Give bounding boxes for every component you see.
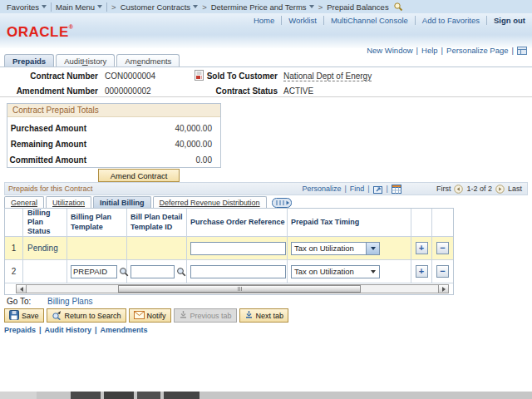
subtab-general[interactable]: General [4,196,44,208]
return-to-search-icon [52,310,62,322]
grid-header-controls: Personalize | Find | | First 1-2 of 2 La… [302,185,527,194]
footer-link-audit-history[interactable]: Audit History [45,326,92,334]
amend-contract-button[interactable]: Amend Contract [98,169,180,182]
taskbar-window-button[interactable] [104,392,134,399]
taskbar-window-button[interactable] [164,392,200,399]
header-link-separator [486,16,487,25]
chevron-down-icon [42,5,47,8]
footer-link-prepaids[interactable]: Prepaids [4,326,36,334]
prepaid-tax-timing-select[interactable]: Tax on Utilization [291,242,380,255]
add-row-button[interactable]: + [416,265,428,278]
horizontal-scrollbar[interactable] [16,284,449,293]
committed-amount-label: Committed Amount [7,155,86,165]
breadcrumb-separator [51,2,52,12]
save-button[interactable]: Save [4,308,44,323]
billing-plan-template-input[interactable] [71,265,117,278]
subtab-initial-billing[interactable]: Initial Billing [93,196,151,208]
breadcrumb-main-menu[interactable]: Main Menu [56,2,102,12]
taskbar-segment[interactable] [0,392,37,399]
prepaid-tax-timing-select[interactable]: Tax on Utilization [291,265,380,278]
footer-link-amendments[interactable]: Amendments [101,326,148,334]
breadcrumb-favorites-menu[interactable]: Favorites [7,2,47,12]
bill-plan-detail-template-id-input[interactable] [131,265,175,278]
scroll-left-arrow[interactable] [17,285,27,293]
next-tab-icon [244,310,254,321]
grid-bar-separator: | [367,185,369,193]
amendment-number-value: 0000000002 [105,86,151,96]
sign-out-link[interactable]: Sign out [494,16,525,25]
row-number: 2 [5,260,23,283]
contract-number-value: CON0000004 [105,71,155,81]
breadcrumb-item-determine-price-terms[interactable]: Determine Price and Terms [211,2,314,12]
utility-separator: | [441,46,443,55]
personalize-link[interactable]: Personalize [302,185,341,193]
amendment-number-label: Amendment Number [0,86,98,96]
taskbar-window-button[interactable] [137,392,160,399]
new-window-link[interactable]: New Window [367,46,412,55]
add-row-header [411,209,432,236]
add-row-button[interactable]: + [416,242,428,254]
totals-box-title: Contract Prepaid Totals [7,104,220,117]
committed-amount-value: 0.00 [86,155,220,165]
scroll-right-arrow[interactable] [438,285,448,293]
personalize-page-link[interactable]: Personalize Page [446,46,508,55]
show-all-columns-icon[interactable] [272,197,292,208]
billing-plans-link[interactable]: Billing Plans [47,297,92,306]
previous-rows-icon[interactable] [454,185,463,194]
tab-divider-line [0,66,532,67]
find-link[interactable]: Find [350,185,365,193]
multichannel-console-link[interactable]: MultiChannel Console [331,16,408,25]
breadcrumb-arrow: > [318,2,323,12]
lookup-magnifier-icon[interactable] [176,267,186,277]
add-to-favorites-link[interactable]: Add to Favorites [422,16,480,25]
billing-plan-status-value: Pending [27,244,58,253]
taskbar-strip [0,392,532,399]
header-link-separator [323,16,324,25]
delete-row-button[interactable]: − [436,242,449,254]
next-rows-icon[interactable] [495,185,505,194]
header-band: Home Worklist MultiChannel Console Add t… [0,13,532,48]
subtab-utilization[interactable]: Utilization [46,196,91,208]
next-tab-button[interactable]: Next tab [239,308,289,323]
chevron-down-icon [309,5,314,8]
utility-separator: | [512,46,514,55]
grid-title: Prepaids for this Contract [5,185,93,193]
tab-audit-history[interactable]: Audit History [56,54,115,67]
grid-subtabs: General Utilization Initial Billing Defe… [4,196,292,208]
delete-row-button[interactable]: − [436,265,449,278]
help-link[interactable]: Help [421,46,438,55]
tab-prepaids[interactable]: Prepaids [4,54,54,67]
previous-tab-icon [179,310,188,321]
billing-plan-template-cell [67,237,127,259]
grid-hscroll-row [5,283,453,294]
copy-url-icon[interactable] [517,47,527,55]
bill-plan-detail-cell [127,237,187,259]
purchase-order-reference-input[interactable] [190,265,286,278]
taskbar-window-button[interactable] [71,392,101,399]
contract-number-label: Contract Number [0,71,98,81]
peoplesoft-prepaid-balances-page: Favorites Main Menu > Customer Contracts… [0,0,532,399]
header-links: Home Worklist MultiChannel Console Add t… [254,16,525,25]
scrollbar-thumb[interactable] [118,285,361,293]
dropdown-arrow-icon[interactable] [367,270,379,273]
subtab-deferred-revenue-distribution[interactable]: Deferred Revenue Distribution [153,196,267,208]
breadcrumb-search-icon[interactable] [393,2,403,12]
purchased-amount-label: Purchased Amount [7,124,86,133]
return-to-search-button[interactable]: Return to Search [47,308,126,323]
contract-status-label: Contract Status [200,86,278,96]
breadcrumb-item-customer-contracts[interactable]: Customer Contracts [121,2,198,12]
worklist-link[interactable]: Worklist [288,16,317,25]
breadcrumb-favorites-label: Favorites [7,2,39,12]
view-all-icon[interactable] [373,185,383,194]
notify-button[interactable]: Notify [129,308,171,323]
grid-bar-separator: | [344,185,346,193]
grid-bar-separator: | [387,185,388,193]
remaining-amount-label: Remaining Amount [7,140,86,149]
home-link[interactable]: Home [254,16,274,25]
first-label: First [436,185,451,193]
download-to-excel-icon[interactable] [392,185,401,194]
dropdown-arrow-icon[interactable] [366,243,379,254]
tab-amendments[interactable]: Amendments [116,54,180,67]
purchase-order-reference-input[interactable] [190,242,286,255]
notify-envelope-icon [134,311,145,321]
